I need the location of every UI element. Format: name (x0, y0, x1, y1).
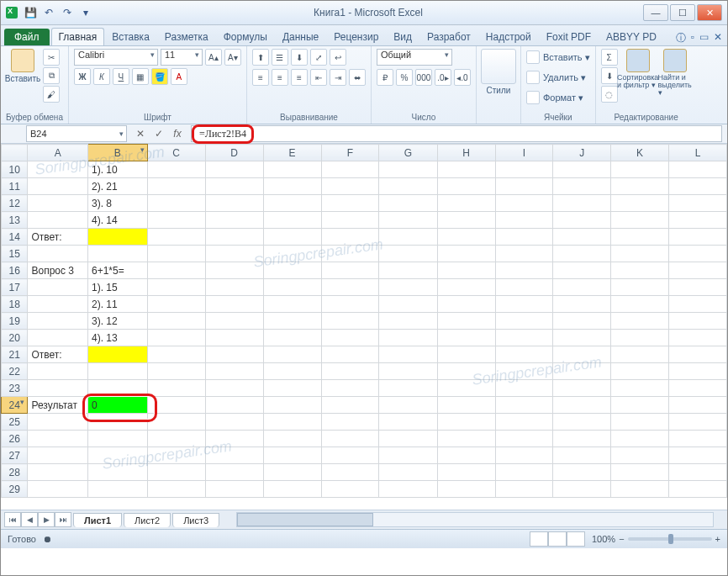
cell-D25[interactable] (205, 414, 263, 431)
cell-F13[interactable] (321, 212, 379, 229)
cell-F19[interactable] (321, 313, 379, 330)
autosum-icon[interactable]: Σ (601, 49, 618, 66)
tab-file[interactable]: Файл (4, 29, 50, 45)
row-header-26[interactable]: 26 (2, 431, 28, 447)
row-header-23[interactable]: 23 (2, 380, 28, 397)
tab-вид[interactable]: Вид (386, 28, 419, 45)
grow-font-icon[interactable]: A▴ (205, 49, 222, 66)
cell-A22[interactable] (28, 363, 88, 380)
sheet-tab-Лист1[interactable]: Лист1 (73, 513, 122, 527)
cell-K23[interactable] (611, 380, 669, 397)
cell-C14[interactable] (147, 229, 205, 246)
cell-D23[interactable] (205, 380, 263, 397)
cell-F29[interactable] (321, 481, 379, 498)
col-header-F[interactable]: F (321, 145, 379, 161)
view-normal-icon[interactable] (530, 531, 548, 547)
comma-icon[interactable]: 000 (415, 69, 432, 86)
cell-L10[interactable] (669, 161, 727, 178)
cell-C16[interactable] (147, 262, 205, 279)
fill-icon[interactable]: ⬇ (601, 67, 618, 84)
cell-E26[interactable] (263, 431, 321, 447)
cell-G25[interactable] (379, 414, 437, 431)
cell-B16[interactable]: 6+1*5= (87, 262, 147, 279)
cell-K11[interactable] (611, 178, 669, 195)
cell-D24[interactable] (205, 397, 263, 414)
cell-K13[interactable] (611, 212, 669, 229)
row-header-27[interactable]: 27 (2, 447, 28, 464)
cell-H22[interactable] (437, 363, 495, 380)
cell-B29[interactable] (87, 481, 147, 498)
tab-главная[interactable]: Главная (51, 28, 105, 45)
cell-B15[interactable] (87, 246, 147, 262)
cell-D19[interactable] (205, 313, 263, 330)
cell-G20[interactable] (379, 330, 437, 346)
cell-E14[interactable] (263, 229, 321, 246)
cell-H24[interactable] (437, 397, 495, 414)
cell-C12[interactable] (147, 195, 205, 212)
align-left-icon[interactable]: ≡ (252, 69, 269, 86)
col-header-A[interactable]: A (28, 145, 88, 161)
cell-F24[interactable] (321, 397, 379, 414)
cell-G26[interactable] (379, 431, 437, 447)
align-center-icon[interactable]: ≡ (272, 69, 288, 86)
cell-B27[interactable] (87, 447, 147, 464)
cell-J19[interactable] (553, 313, 611, 330)
cell-K21[interactable] (611, 346, 669, 363)
find-select-button[interactable]: Найти и выделить ▾ (658, 49, 692, 97)
col-header-C[interactable]: C (147, 145, 205, 161)
row-header-29[interactable]: 29 (2, 481, 28, 498)
cell-C24[interactable] (147, 397, 205, 414)
close-button[interactable]: ✕ (697, 4, 722, 21)
cell-I21[interactable] (495, 346, 553, 363)
insert-cells-button[interactable]: Вставить ▾ (526, 49, 590, 66)
row-header-15[interactable]: 15 (2, 246, 28, 262)
cell-A20[interactable] (28, 330, 88, 346)
cell-H27[interactable] (437, 447, 495, 464)
cell-E29[interactable] (263, 481, 321, 498)
col-header-G[interactable]: G (379, 145, 437, 161)
cell-D17[interactable] (205, 279, 263, 296)
border-icon[interactable]: ▦ (132, 68, 149, 85)
cell-F17[interactable] (321, 279, 379, 296)
cell-G22[interactable] (379, 363, 437, 380)
cell-F26[interactable] (321, 431, 379, 447)
cell-F21[interactable] (321, 346, 379, 363)
row-header-24[interactable]: 24 (2, 397, 28, 414)
cell-B26[interactable] (87, 431, 147, 447)
cell-A11[interactable] (28, 178, 88, 195)
formula-input[interactable]: =Лист2!B4 (191, 125, 722, 142)
cell-K20[interactable] (611, 330, 669, 346)
cell-K18[interactable] (611, 296, 669, 313)
row-header-11[interactable]: 11 (2, 178, 28, 195)
cell-I12[interactable] (495, 195, 553, 212)
cell-C17[interactable] (147, 279, 205, 296)
row-header-19[interactable]: 19 (2, 313, 28, 330)
scrollbar-thumb[interactable] (237, 513, 373, 526)
cell-I16[interactable] (495, 262, 553, 279)
cell-I10[interactable] (495, 161, 553, 178)
cell-A21[interactable]: Ответ: (28, 346, 88, 363)
cell-E20[interactable] (263, 330, 321, 346)
cell-H17[interactable] (437, 279, 495, 296)
cell-H11[interactable] (437, 178, 495, 195)
cell-J17[interactable] (553, 279, 611, 296)
cell-J25[interactable] (553, 414, 611, 431)
cell-I28[interactable] (495, 464, 553, 481)
cell-D18[interactable] (205, 296, 263, 313)
row-header-21[interactable]: 21 (2, 346, 28, 363)
tab-разработ[interactable]: Разработ (419, 28, 478, 45)
cell-K29[interactable] (611, 481, 669, 498)
merge-icon[interactable]: ⬌ (349, 69, 366, 86)
tab-nav-next-icon[interactable]: ▶ (38, 512, 55, 527)
undo-icon[interactable]: ↶ (41, 5, 56, 20)
wrap-text-icon[interactable]: ↩ (330, 49, 346, 66)
cell-G13[interactable] (379, 212, 437, 229)
cell-J12[interactable] (553, 195, 611, 212)
cell-A28[interactable] (28, 464, 88, 481)
horizontal-scrollbar[interactable] (236, 512, 714, 527)
cell-F15[interactable] (321, 246, 379, 262)
cell-B11[interactable]: 2). 21 (87, 178, 147, 195)
cell-J18[interactable] (553, 296, 611, 313)
cell-L21[interactable] (669, 346, 727, 363)
cell-B18[interactable]: 2). 11 (87, 296, 147, 313)
